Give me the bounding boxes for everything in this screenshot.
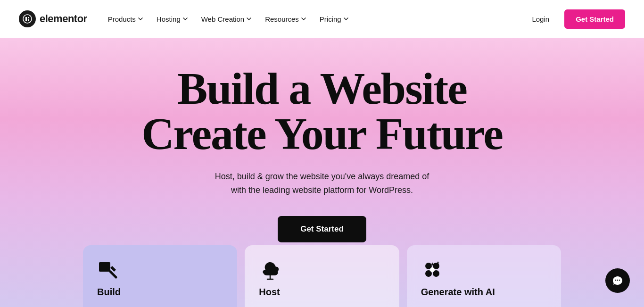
- hero-cta-button[interactable]: Get Started: [278, 216, 366, 242]
- nav-item-hosting[interactable]: Hosting: [151, 11, 194, 27]
- login-button[interactable]: Login: [524, 11, 557, 27]
- card-host[interactable]: Host: [245, 245, 399, 307]
- logo-text: elementor: [40, 13, 87, 25]
- hero-title-line1: Build a Website: [177, 63, 467, 114]
- get-started-nav-button[interactable]: Get Started: [564, 9, 625, 29]
- svg-point-9: [430, 267, 435, 272]
- chevron-down-icon: [301, 16, 306, 22]
- nav-item-resources[interactable]: Resources: [259, 11, 312, 27]
- nav-item-web-creation[interactable]: Web Creation: [196, 11, 257, 27]
- svg-point-0: [23, 15, 32, 23]
- ai-icon: [421, 258, 444, 281]
- host-icon: [259, 258, 281, 281]
- nav-label-resources: Resources: [265, 15, 299, 23]
- card-build-label: Build: [97, 287, 121, 298]
- chevron-down-icon: [343, 16, 349, 22]
- cards-row: Build Host: [0, 245, 644, 307]
- navbar-right: Login Get Started: [524, 9, 625, 29]
- build-icon: [97, 258, 120, 281]
- svg-rect-3: [28, 19, 29, 21]
- nav-label-hosting: Hosting: [157, 15, 181, 23]
- nav-links: Products Hosting Web Creation Resources: [102, 11, 355, 27]
- card-host-label: Host: [259, 287, 280, 298]
- logo-icon: [19, 10, 36, 27]
- chat-button[interactable]: [605, 268, 630, 293]
- hero-title: Build a Website Create Your Future: [19, 66, 625, 157]
- card-ai-label: Generate with AI: [421, 287, 495, 298]
- chevron-down-icon: [182, 16, 188, 22]
- hero-subtitle-line2: with the leading website platform for Wo…: [231, 185, 413, 195]
- nav-item-pricing[interactable]: Pricing: [314, 11, 355, 27]
- card-build[interactable]: Build: [83, 245, 237, 307]
- navbar-left: elementor Products Hosting Web Creation: [19, 10, 355, 27]
- hero-subtitle-line1: Host, build & grow the website you've al…: [215, 172, 429, 181]
- nav-label-products: Products: [108, 15, 136, 23]
- hero-subtitle: Host, build & grow the website you've al…: [19, 170, 625, 197]
- svg-rect-4: [99, 262, 110, 272]
- nav-item-products[interactable]: Products: [102, 11, 149, 27]
- chat-icon: [612, 275, 623, 286]
- nav-label-pricing: Pricing: [320, 15, 341, 23]
- hero-section: Build a Website Create Your Future Host,…: [0, 38, 644, 307]
- svg-rect-1: [25, 17, 27, 21]
- navbar: elementor Products Hosting Web Creation: [0, 0, 644, 38]
- logo[interactable]: elementor: [19, 10, 87, 27]
- chevron-down-icon: [246, 16, 252, 22]
- card-ai[interactable]: Generate with AI: [407, 245, 561, 307]
- chevron-down-icon: [138, 16, 143, 22]
- hero-title-line2: Create Your Future: [141, 108, 503, 159]
- svg-rect-2: [28, 17, 29, 18]
- nav-label-web-creation: Web Creation: [201, 15, 244, 23]
